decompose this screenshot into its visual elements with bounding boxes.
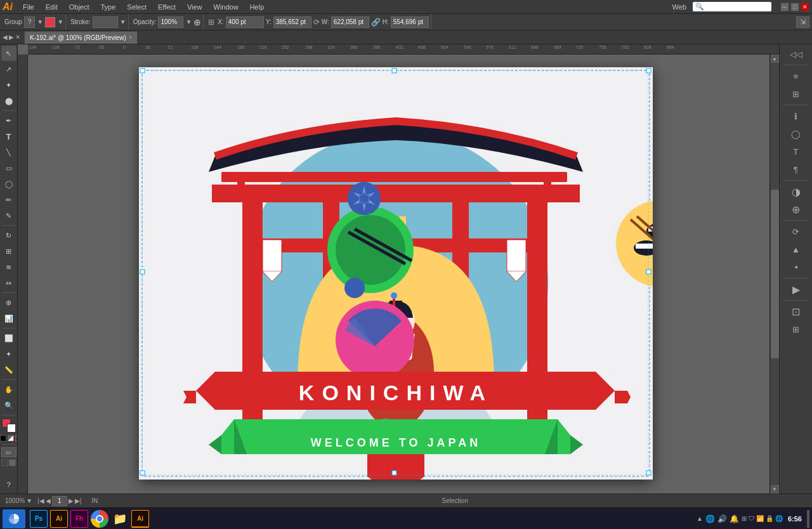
draw-mode-button[interactable]: ▭ [1,447,16,457]
tab-nav-close[interactable]: ✕ [15,34,20,41]
rect-tool[interactable]: ▭ [1,160,16,176]
panel-swatches-button[interactable]: ⊕ [788,201,804,218]
scale-tool[interactable]: ⊞ [1,244,16,259]
warp-tool[interactable]: ≋ [1,259,16,275]
eyedropper-tool[interactable]: ✦ [1,346,16,362]
panel-paragraph-button[interactable]: ¶ [788,161,804,178]
gradient-tool[interactable]: ⬜ [1,330,16,346]
w-input[interactable] [331,16,369,28]
scroll-down-button[interactable]: ▼ [771,485,779,493]
graph-tool[interactable]: 📊 [1,311,16,326]
blend-tool[interactable]: ⊕ [1,295,16,310]
search-input[interactable] [705,3,769,10]
close-button[interactable]: ✕ [801,3,809,11]
stroke-input[interactable] [93,16,118,28]
y-input[interactable] [273,16,311,28]
zoom-tool[interactable]: 🔍 [1,398,16,413]
menu-type[interactable]: Type [96,2,121,12]
start-button[interactable] [3,509,25,528]
ruler-tick: -108 [51,45,60,49]
scroll-up-button[interactable]: ▲ [771,55,779,63]
x-input[interactable] [226,16,264,28]
panel-properties-button[interactable]: ≡ [788,68,804,84]
panel-play-button[interactable]: ▶ [788,281,804,297]
canvas-area[interactable]: KONICHIWA WELCOME TO JAPAN [28,55,779,493]
none-color[interactable] [0,435,6,441]
taskbar-ai-icon[interactable]: Ai [50,510,68,528]
panel-libraries-button[interactable]: ⊞ [788,86,804,102]
menu-effect[interactable]: Effect [153,2,181,12]
panel-artboards-button[interactable]: ⊞ [788,321,804,337]
menu-window[interactable]: Window [209,2,244,12]
systray-arrow[interactable]: ▲ [697,515,703,522]
gradient-swatch[interactable] [8,435,14,441]
maximize-button[interactable]: □ [790,3,799,11]
panel-info-button[interactable]: ℹ [788,108,804,124]
menu-edit[interactable]: Edit [41,2,63,12]
arrange-button[interactable]: ⇲ [796,16,809,28]
paintbrush-tool[interactable]: ✏ [1,192,16,207]
measure-tool[interactable]: 📏 [1,362,16,377]
page-input[interactable] [52,496,67,506]
systray-icons[interactable]: ⊞ 🛡 📶 🔒 🌐 [742,515,783,522]
tab-nav-left[interactable]: ◀ [3,34,8,41]
question-button[interactable]: ? [24,16,36,28]
vertical-scrollbar[interactable]: ▲ ▼ [769,55,779,493]
ruler-tick: 108 [191,45,199,49]
systray-sound-icon[interactable]: 🔊 [717,514,727,523]
rotate-tool[interactable]: ↻ [1,228,16,243]
panel-layers-button[interactable]: ⊡ [788,303,804,320]
color-swatches[interactable] [2,419,16,433]
taskbar-folder-icon[interactable]: 📁 [111,510,129,528]
show-desktop-button[interactable] [807,510,809,528]
h-input[interactable] [391,16,429,28]
minimize-button[interactable]: ─ [780,3,789,11]
tab-close-button[interactable]: × [129,34,132,41]
search-bar[interactable]: 🔍 [693,2,771,11]
zoom-control[interactable]: 1000% ▼ [5,497,32,504]
menu-file[interactable]: File [18,2,39,12]
menu-help[interactable]: Help [245,2,270,12]
line-tool[interactable]: ╲ [1,145,16,160]
taskbar-chrome-icon[interactable] [91,510,108,528]
panel-type-button[interactable]: T [788,143,804,160]
lasso-tool[interactable]: ⬤ [1,93,16,108]
panel-align-button[interactable]: ▲ [788,241,804,258]
taskbar-ps-icon[interactable]: Ps [30,510,48,528]
direct-selection-tool[interactable]: ↗ [1,62,16,77]
draw-behind-button[interactable] [9,459,16,466]
page-forward-button[interactable]: ▶ [69,497,74,504]
type-tool[interactable]: T [1,129,16,144]
menu-view[interactable]: View [182,2,207,12]
magic-wand-tool[interactable]: ✦ [1,77,16,93]
menu-object[interactable]: Object [64,2,95,12]
tab-nav-right[interactable]: ▶ [9,34,14,41]
draw-normal-button[interactable] [1,459,8,466]
menu-select[interactable]: Select [122,2,152,12]
svg-rect-76 [646,471,651,475]
panel-pathfinder-button[interactable]: ✦ [788,259,804,275]
systray-network-icon[interactable]: 🌐 [705,514,715,523]
panel-color-button[interactable]: ◑ [788,183,804,200]
active-tab[interactable]: K-192.ai* @ 100% (RGB/Preview) × [24,31,138,44]
taskbar-ai2-icon[interactable]: Ai [131,510,149,528]
hand-tool[interactable]: ✋ [1,382,16,397]
pencil-tool[interactable]: ✎ [1,208,16,223]
scroll-thumb[interactable] [771,190,779,358]
panel-collapse-button[interactable]: ◁◁ [788,46,804,62]
page-back-button[interactable]: ◀ [46,497,51,504]
taskbar-fh-icon[interactable]: Fh [70,510,88,528]
page-prev-button[interactable]: |◀ [37,497,44,504]
help-tool[interactable]: ? [1,477,16,492]
selection-tool[interactable]: ↖ [1,46,16,61]
panel-appearance-button[interactable]: ◯ [788,126,804,142]
systray-notification-icon[interactable]: 🔔 [730,514,739,523]
status-bar: 1000% ▼ |◀ ◀ ▶ ▶| IN Selection [0,493,812,507]
background-color[interactable] [7,424,16,433]
panel-transform-button[interactable]: ⟳ [788,223,804,240]
opacity-input[interactable] [158,16,183,28]
pen-tool[interactable]: ✒ [1,113,16,128]
width-tool[interactable]: ⇔ [1,275,16,291]
page-last-button[interactable]: ▶| [75,497,82,504]
ellipse-tool[interactable]: ◯ [1,176,16,192]
